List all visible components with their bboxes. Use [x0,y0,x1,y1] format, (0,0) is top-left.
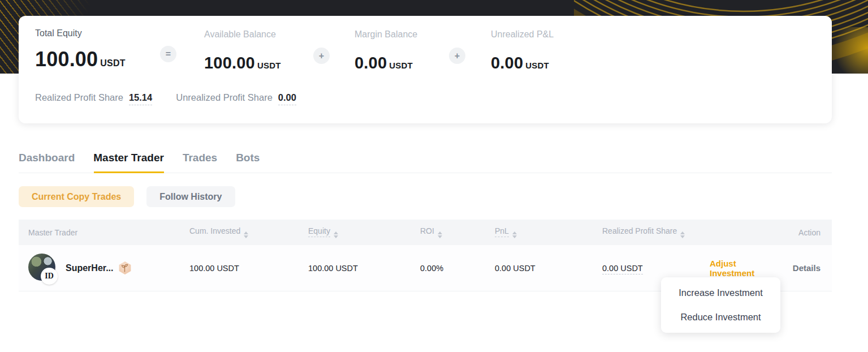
available-balance-label: Available Balance [204,29,281,40]
adjust-investment-dropdown: Increase Investment Reduce Investment [661,277,780,333]
realized-profit-share-cell: 0.00 USDT [602,264,710,273]
plus-icon: + [449,48,465,64]
trader-name[interactable]: SuperHer... [66,263,113,273]
tab-trades[interactable]: Trades [183,151,217,165]
margin-balance-value: 0.00USDT [355,54,417,72]
unrealized-pnl-label: Unrealized P&L [491,29,554,40]
master-trader-cell[interactable]: ID SuperHer... [19,254,189,283]
tab-dashboard[interactable]: Dashboard [19,151,75,165]
column-roi[interactable]: ROI [420,226,495,238]
tab-master-trader[interactable]: Master Trader [93,151,164,165]
avatar[interactable]: ID [28,254,55,283]
profit-share-row: Realized Profit Share 15.14 Unrealized P… [35,92,296,105]
action-cell: Adjust Investment Details [710,259,832,278]
unrealized-profit-share-value[interactable]: 0.00 [278,92,296,105]
realized-profit-share-label: Realized Profit Share [35,92,123,103]
column-realized-profit-share[interactable]: Realized Profit Share [602,226,710,238]
sort-icon[interactable] [334,231,338,238]
adjust-investment-button[interactable]: Adjust Investment [710,259,777,278]
sort-icon[interactable] [512,231,517,238]
realized-profit-share-row-value[interactable]: 0.00 USDT [602,264,643,274]
reduce-investment-option[interactable]: Reduce Investment [661,305,780,329]
sub-tabs: Current Copy Trades Follow History [19,186,235,207]
cum-invested-value: 100.00 USDT [189,264,308,273]
column-pnl[interactable]: PnL [495,226,602,238]
subtab-current-copy-trades[interactable]: Current Copy Trades [19,186,134,207]
column-cum-invested[interactable]: Cum. Invested [189,226,308,238]
unrealized-profit-share-label: Unrealized Profit Share [176,92,273,103]
sort-icon[interactable] [438,231,442,238]
total-equity-value: 100.00USDT [35,48,126,71]
column-equity[interactable]: Equity [308,226,420,238]
equity-value: 100.00 USDT [308,264,420,273]
margin-balance-label: Margin Balance [355,29,417,40]
realized-profit-share-value[interactable]: 15.14 [129,92,152,105]
increase-investment-option[interactable]: Increase Investment [661,281,780,305]
total-equity-label: Total Equity [35,28,126,38]
available-balance-value: 100.00USDT [204,54,281,72]
id-badge: ID [41,268,58,285]
stat-unrealized-pnl: Unrealized P&L 0.00USDT [491,29,554,72]
subtab-follow-history[interactable]: Follow History [146,186,235,207]
tab-bots[interactable]: Bots [236,151,260,165]
copy-trading-page: Total Equity 100.00USDT = Available Bala… [0,0,868,352]
sprout-badge-icon [118,261,131,274]
plus-icon: + [313,48,330,64]
pnl-value: 0.00 USDT [495,264,602,273]
roi-value: 0.00% [420,264,495,273]
details-button[interactable]: Details [793,263,821,273]
stat-margin-balance: Margin Balance 0.00USDT [355,29,417,72]
main-tabs: Dashboard Master Trader Trades Bots [19,151,832,173]
stat-total-equity: Total Equity 100.00USDT [35,28,126,71]
column-action: Action [710,228,832,237]
sort-icon[interactable] [680,231,685,238]
sort-icon[interactable] [244,231,248,238]
stat-available-balance: Available Balance 100.00USDT [204,29,281,72]
copy-trades-table-header: Master Trader Cum. Invested Equity ROI P… [19,220,832,245]
column-master-trader: Master Trader [19,228,189,237]
equity-summary-card: Total Equity 100.00USDT = Available Bala… [19,16,832,123]
equals-icon: = [160,46,176,62]
gold-glow-decoration [828,27,868,74]
unrealized-pnl-value: 0.00USDT [491,54,554,72]
